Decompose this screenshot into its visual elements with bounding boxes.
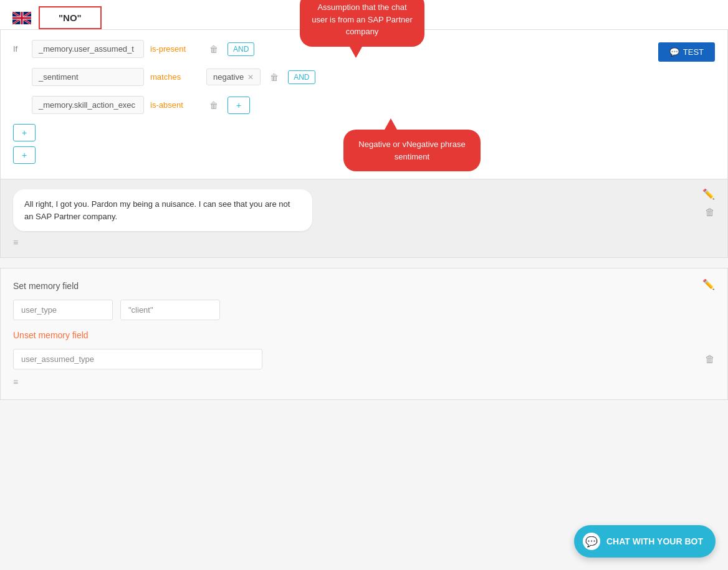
response-bubble: All right, I got you. Pardon my being a …	[13, 189, 312, 231]
tooltip-sentiment: Negative or vNegative phrase sentiment	[343, 130, 481, 171]
test-icon: 💬	[669, 47, 679, 57]
no-label: "NO"	[39, 6, 102, 29]
delete-condition-3-icon[interactable]: 🗑	[206, 98, 221, 113]
and-badge-2[interactable]: AND	[288, 70, 315, 84]
response-text: All right, I got you. Pardon my being a …	[24, 199, 290, 221]
set-memory-fields: user_type "client"	[13, 300, 715, 320]
set-memory-field-name[interactable]: user_type	[13, 300, 113, 320]
close-value-icon[interactable]: ✕	[247, 73, 254, 82]
uk-flag-icon	[12, 12, 31, 24]
response-section: All right, I got you. Pardon my being a …	[0, 179, 728, 258]
add-condition-button-1[interactable]: +	[13, 124, 36, 141]
if-label: If	[13, 44, 26, 54]
condition-value-2: negative ✕	[206, 69, 261, 85]
tooltip-assumption: Assumption that the chat user is from an…	[300, 0, 424, 47]
delete-unset-memory-icon[interactable]: 🗑	[705, 354, 715, 365]
and-badge-1[interactable]: AND	[228, 42, 254, 56]
condition-operator-3: is-absent	[150, 100, 200, 110]
set-memory-title: Set memory field	[13, 281, 715, 291]
unset-memory-title: Unset memory field	[13, 330, 715, 340]
condition-field-2[interactable]: _sentiment	[32, 68, 144, 86]
drag-handle-memory[interactable]: ≡	[13, 377, 715, 387]
condition-operator-2: matches	[150, 72, 200, 82]
condition-row-2: _sentiment matches negative ✕ 🗑 AND	[13, 68, 717, 86]
set-memory-field-value[interactable]: "client"	[120, 300, 220, 320]
condition-field-3[interactable]: _memory.skill_action_exec	[32, 96, 144, 114]
test-button[interactable]: 💬 TEST	[658, 42, 715, 62]
drag-handle-response[interactable]: ≡	[13, 237, 690, 247]
conditions-section: 💬 TEST If _memory.user_assumed_t is-pres…	[0, 29, 728, 179]
edit-response-icon[interactable]: ✏️	[702, 188, 715, 200]
delete-condition-1-icon[interactable]: 🗑	[206, 42, 221, 57]
chat-bot-button[interactable]: 💬 CHAT WITH YOUR BOT	[574, 525, 716, 558]
condition-row-3: _memory.skill_action_exec is-absent 🗑 +	[13, 96, 717, 114]
unset-memory-field-name[interactable]: user_assumed_type	[13, 349, 262, 369]
plus-badge-3[interactable]: +	[228, 97, 250, 114]
add-condition-button-2[interactable]: +	[13, 146, 36, 164]
delete-condition-2-icon[interactable]: 🗑	[267, 70, 282, 85]
condition-operator-1: is-present	[150, 44, 200, 54]
edit-set-memory-icon[interactable]: ✏️	[702, 278, 715, 290]
chat-bot-label: CHAT WITH YOUR BOT	[606, 536, 703, 546]
condition-field-1[interactable]: _memory.user_assumed_t	[32, 40, 144, 58]
delete-response-icon[interactable]: 🗑	[705, 207, 715, 218]
set-memory-section: ✏️ Set memory field user_type "client" U…	[0, 268, 728, 400]
chat-bot-icon: 💬	[583, 533, 600, 550]
